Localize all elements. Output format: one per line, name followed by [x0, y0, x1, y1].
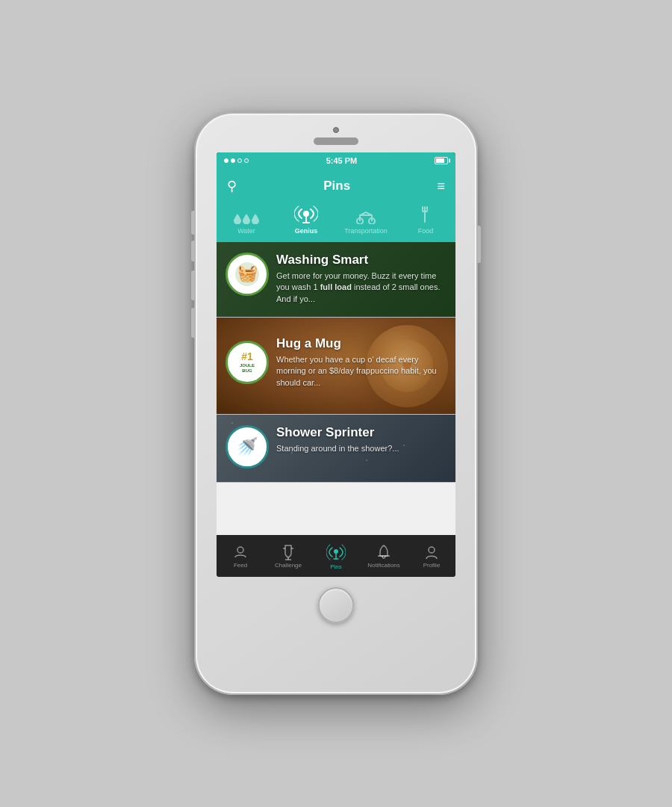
svg-rect-9	[422, 211, 428, 212]
battery-fill	[436, 158, 444, 163]
tab-transportation-label: Transportation	[344, 227, 388, 235]
signal-dot-4	[244, 158, 249, 163]
tab-genius-label: Genius	[295, 227, 318, 235]
card-text-shower: Shower Sprinter Standing around in the s…	[276, 425, 447, 454]
badge-washing: 🧺	[225, 253, 269, 296]
svg-rect-7	[422, 206, 423, 211]
tab-feed-label: Feed	[234, 562, 247, 569]
signal-indicators	[224, 158, 249, 163]
home-button[interactable]	[318, 587, 354, 623]
tab-feed[interactable]: Feed	[217, 539, 264, 573]
earpiece-speaker	[314, 137, 358, 145]
content-list: 🧺 Washing Smart Get more for your money.…	[217, 242, 455, 535]
badge-joule: #1 JOULE BUG	[225, 341, 269, 384]
card-desc-mug: Whether you have a cup o' decaf every mo…	[276, 354, 447, 389]
tab-food[interactable]: Food	[396, 206, 455, 236]
status-bar: 5:45 PM	[217, 152, 455, 169]
tab-challenge[interactable]: Challenge	[264, 539, 312, 573]
battery-icon	[435, 157, 448, 164]
signal-dot-2	[231, 158, 235, 163]
card-text-mug: Hug a Mug Whether you have a cup o' deca…	[276, 336, 447, 389]
svg-point-18	[334, 549, 338, 554]
tab-notifications[interactable]: Notifications	[360, 539, 408, 573]
search-icon[interactable]: ⚲	[227, 178, 237, 194]
tab-notifications-label: Notifications	[367, 562, 400, 569]
tab-water[interactable]: Water	[217, 214, 276, 236]
card-desc-shower: Standing around in the shower?...	[276, 443, 447, 454]
volume-up-button[interactable]	[191, 270, 195, 300]
top-speaker-area	[196, 127, 476, 145]
card-washing-smart[interactable]: 🧺 Washing Smart Get more for your money.…	[217, 242, 455, 318]
signal-dot-1	[224, 158, 228, 163]
status-time: 5:45 PM	[326, 156, 358, 165]
nav-title: Pins	[323, 179, 350, 194]
card-desc-washing: Get more for your money. Buzz it every t…	[276, 270, 447, 305]
navigation-bar: ⚲ Pins ≡	[217, 169, 455, 203]
card-title-washing: Washing Smart	[276, 253, 447, 268]
phone-device: 5:45 PM ⚲ Pins ≡	[194, 112, 478, 695]
volume-down-button[interactable]	[191, 308, 195, 338]
svg-rect-8	[426, 206, 428, 211]
tab-transportation[interactable]: Transportation	[336, 209, 396, 236]
screen: 5:45 PM ⚲ Pins ≡	[217, 152, 455, 577]
menu-icon[interactable]: ≡	[437, 179, 445, 194]
category-tabs: Water Genius	[217, 203, 455, 242]
bottom-tab-bar: Feed Challenge	[217, 535, 455, 577]
front-camera	[333, 127, 339, 133]
card-shower-sprinter[interactable]: 🚿 Shower Sprinter Standing around in the…	[217, 415, 455, 483]
tab-genius[interactable]: Genius	[276, 203, 336, 236]
card-text-washing: Washing Smart Get more for your money. B…	[276, 253, 447, 305]
tab-pins-label: Pins	[330, 563, 342, 570]
svg-point-22	[429, 547, 435, 553]
volume-silent-button[interactable]	[191, 241, 195, 262]
badge-shower: 🚿	[225, 425, 269, 469]
tab-food-label: Food	[418, 227, 434, 235]
svg-text:🧺: 🧺	[237, 263, 258, 283]
tab-profile[interactable]: Profile	[408, 539, 455, 573]
tab-profile-label: Profile	[423, 562, 441, 569]
svg-point-13	[237, 547, 243, 553]
card-title-shower: Shower Sprinter	[276, 425, 447, 440]
signal-dot-3	[237, 158, 242, 163]
card-title-mug: Hug a Mug	[276, 336, 447, 351]
tab-challenge-label: Challenge	[275, 562, 302, 569]
card-hug-a-mug[interactable]: ♥ #1 JOULE BUG Hug a Mug Whether you hav…	[217, 318, 455, 415]
svg-point-0	[303, 211, 309, 217]
tab-water-label: Water	[237, 227, 255, 235]
tab-pins-active[interactable]: Pins	[312, 538, 360, 575]
svg-rect-10	[424, 212, 426, 223]
status-right	[435, 157, 448, 164]
